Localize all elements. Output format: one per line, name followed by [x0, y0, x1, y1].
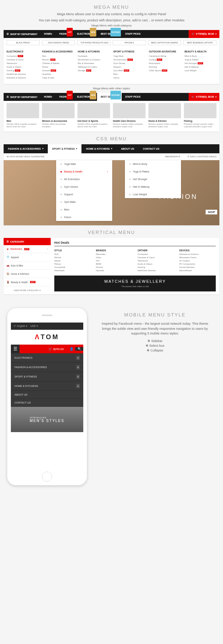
link[interactable]: Camping & Hiking [149, 55, 181, 57]
link[interactable]: Cookware [78, 55, 110, 57]
link[interactable]: Microwave Ovens [179, 256, 216, 259]
nav-bestseller-active[interactable]: FEATUREBEST SELLER ▾ [97, 93, 122, 101]
product-card[interactable]: FishingPhasellus semper quaerat nullam v… [184, 103, 216, 128]
dd-item[interactable]: Bars [56, 206, 112, 213]
dd-item[interactable]: Get Stronger [125, 175, 181, 183]
link[interactable]: Motorsports [149, 62, 181, 64]
link[interactable]: Computers [138, 253, 174, 255]
link[interactable]: Yoga Mats [113, 55, 145, 57]
mobile-menu-item[interactable]: CONTACT US [11, 399, 83, 407]
dd-item[interactable]: Mind & Body [125, 160, 181, 168]
v-item[interactable]: 🚗Auto & Bike [4, 261, 51, 270]
dd-item[interactable]: Gym Gloves [56, 183, 112, 191]
product-card[interactable]: Home & KitchenMorerus quaerat nullam vul… [148, 103, 181, 128]
cnav-item[interactable]: HOME & KITCHENS ▾ [81, 144, 117, 153]
link[interactable]: Software & Antivirus [7, 77, 38, 79]
v-item-active[interactable]: 🖥ElectronicsHOT› [4, 245, 51, 253]
link[interactable]: Indoor [113, 77, 145, 79]
mobile-menu-item[interactable]: FASHION & ACCESSORIES▾ [11, 363, 83, 372]
cnav-item[interactable]: ABOUT US [117, 144, 139, 153]
link[interactable]: Men [42, 55, 74, 57]
cnav-item[interactable]: CONTACT US [139, 144, 164, 153]
link[interactable]: Get StrongerHOT [185, 62, 216, 64]
shop-by-dept[interactable]: ☰SHOP BY DEPARTMENT [4, 33, 40, 35]
link[interactable]: Other SportsHOT [149, 69, 181, 72]
product-card[interactable]: MenVeritatis officia expedita excepteur … [7, 103, 39, 128]
nav-staff[interactable]: STAFF PICKS [122, 30, 144, 38]
link[interactable]: Hyundai [96, 269, 132, 272]
link[interactable]: Bars [113, 73, 145, 75]
burger-icon[interactable]: ☰ [11, 345, 20, 353]
dd-item[interactable]: Lose Weight [125, 191, 181, 198]
v-item[interactable]: 👕Apparel [4, 253, 51, 261]
link[interactable]: Mind & Body [185, 55, 216, 57]
link[interactable]: Gym Gloves [113, 62, 145, 64]
view-more-button[interactable]: VIEW MORE CATEGORY ▾ [4, 286, 51, 294]
link[interactable]: Ab ExercisersHOT [113, 59, 145, 61]
link[interactable]: Yoga & Pilates [185, 59, 216, 61]
link[interactable]: GamingHOT [7, 69, 38, 72]
link[interactable]: Convertible [54, 266, 91, 268]
link[interactable]: Televisions [7, 62, 38, 64]
link[interactable]: Gaming [138, 266, 174, 268]
tag[interactable]: TOP RATED PRODUCTS 2014 [77, 40, 110, 45]
link[interactable]: HelthCare Devices [138, 269, 174, 272]
cnav-item-active[interactable]: SPORT & FITNESS ▾ [48, 144, 82, 153]
dd-item-active[interactable]: Beauty & Health› [56, 168, 112, 175]
link[interactable]: Gym BallsHOT [113, 69, 145, 72]
cart-price[interactable]: 🛒 $250.00 [46, 347, 66, 351]
link[interactable]: Running [149, 66, 181, 68]
nav-home[interactable]: HOME ▾ [40, 93, 56, 101]
dd-item[interactable]: Yoga Mats [56, 160, 112, 168]
link[interactable]: Minival [54, 256, 91, 259]
link[interactable]: Audio & Videos [138, 263, 174, 265]
nav-fashion[interactable]: HOTFASHION [56, 93, 73, 101]
link[interactable]: Jewelries [42, 73, 74, 75]
product-card[interactable]: Health Care DevicesMorerus quaerat nulla… [113, 103, 146, 128]
mobile-menu-item[interactable]: ABOUT US [11, 391, 83, 399]
nav-home[interactable]: HOME ▾ [40, 30, 56, 38]
nav-bestseller[interactable]: FEATUREBEST SELLER ▾ [97, 30, 122, 38]
link[interactable]: Sedan [54, 260, 91, 262]
link[interactable]: Tableware & Cutlery [78, 66, 110, 68]
nav-electronic[interactable]: NEWELECTRONIC ▾ [73, 93, 97, 101]
v-item[interactable]: 💄Beauty & HealthHOT [4, 278, 51, 286]
tag[interactable]: BEST BUSINESS LAPTOPS [183, 40, 216, 45]
mobile-menu-item[interactable]: HOME & KITCHENS▾ [11, 381, 83, 391]
link[interactable]: PC Components [179, 263, 216, 265]
cart-button[interactable]: 🛒 0 ITEM(S): $0.00 ▾ [189, 93, 219, 101]
tag[interactable]: IPHONE 6 [113, 40, 146, 45]
link[interactable]: Cameras & Cams [7, 59, 38, 61]
dd-item[interactable]: Yoga & Pilates [125, 168, 181, 175]
link[interactable]: Audio & Videos [7, 66, 38, 68]
tag[interactable]: 2015 FASHION TREND [42, 40, 75, 45]
mobile-menu-item[interactable]: ELECTRONICS▾ [11, 353, 83, 363]
link[interactable]: Software & Antivirus [179, 253, 216, 255]
link[interactable]: StorageHOT [78, 69, 110, 72]
dd-item[interactable]: Indoor [56, 213, 112, 221]
link[interactable]: Support [113, 66, 145, 68]
shop-by-dept[interactable]: ☰SHOP BY DEPARTMENT [4, 95, 40, 98]
currency-select[interactable]: USD ▾ [30, 325, 38, 328]
link[interactable]: Children & Babies [42, 62, 74, 64]
tag[interactable]: BLACK FRIDAY [7, 40, 40, 45]
cart-button[interactable]: 🛒 0 ITEM(S): $0.00 ▾ [189, 30, 219, 38]
link[interactable]: Hatchback [54, 269, 91, 272]
link[interactable]: Dinnerware & Crockery [78, 59, 110, 61]
product-card[interactable]: Out Door & SportsVeritatis officia exped… [77, 103, 110, 128]
nav-electronic[interactable]: NEWELECTRONIC ▾ [73, 30, 97, 38]
user-icon[interactable]: 👤 [67, 347, 75, 351]
link[interactable]: Air Coolers [179, 260, 216, 262]
link[interactable]: Porche [96, 266, 132, 268]
link[interactable]: ComputersHOT [7, 55, 38, 57]
search-icon[interactable]: 🔍 [75, 347, 83, 351]
link[interactable]: Hair & Makeup [185, 66, 216, 68]
link[interactable]: Shoes [42, 66, 74, 68]
link[interactable]: Bar & Glassware [78, 62, 110, 64]
dd-item[interactable]: Ab Exercisers [56, 175, 112, 183]
link[interactable]: SecondHand [179, 269, 216, 272]
link[interactable]: SUV [54, 253, 91, 255]
nav-fashion[interactable]: HOTFASHION [56, 30, 73, 38]
tag[interactable]: BEST LAPTOP FOR GAMING [148, 40, 181, 45]
lang-select[interactable]: 🏳 English ▾ [14, 325, 28, 328]
